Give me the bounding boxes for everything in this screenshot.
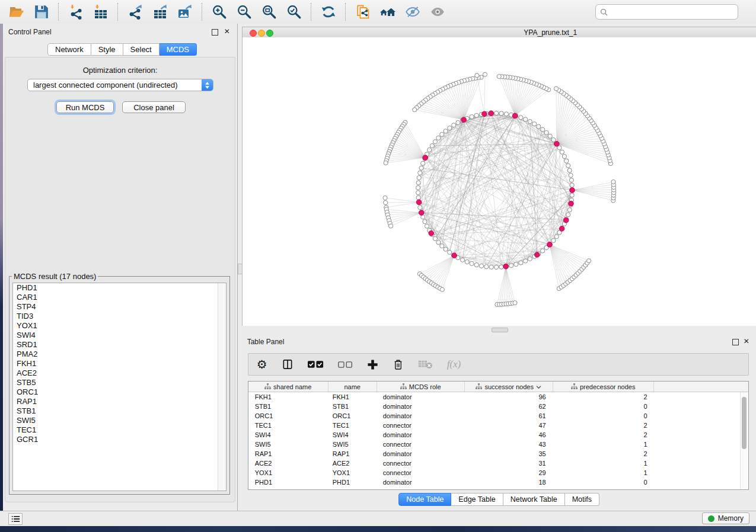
network-node[interactable] bbox=[433, 236, 437, 241]
network-view-canvas[interactable] bbox=[242, 37, 756, 326]
network-node[interactable] bbox=[412, 108, 416, 112]
network-edge[interactable] bbox=[572, 190, 614, 196]
cell-shared-name[interactable]: ACE2 bbox=[248, 459, 328, 468]
network-node[interactable] bbox=[528, 120, 532, 124]
mcds-result-item[interactable]: FKH1 bbox=[13, 359, 226, 368]
cell-name[interactable]: ACE2 bbox=[328, 459, 377, 468]
network-node[interactable] bbox=[499, 265, 503, 269]
network-node[interactable] bbox=[416, 181, 420, 185]
cell-successor-nodes[interactable]: 18 bbox=[465, 477, 553, 487]
cell-MCDS-role[interactable]: connector bbox=[377, 421, 465, 430]
network-node[interactable] bbox=[444, 129, 448, 133]
mcds-result-item[interactable]: STB1 bbox=[13, 406, 226, 416]
cell-name[interactable]: YOX1 bbox=[328, 468, 377, 477]
table-row[interactable]: ACE2ACE2connector311 bbox=[248, 459, 748, 468]
refresh-view-icon[interactable] bbox=[320, 4, 337, 20]
mcds-result-item[interactable]: ORC1 bbox=[13, 387, 226, 397]
cell-shared-name[interactable]: SWI5 bbox=[248, 440, 328, 449]
network-node[interactable] bbox=[447, 250, 451, 254]
zoom-fit-icon[interactable] bbox=[261, 4, 277, 20]
network-node[interactable] bbox=[497, 75, 501, 79]
network-hub-node[interactable] bbox=[569, 188, 575, 193]
cell-name[interactable]: PHD1 bbox=[328, 477, 377, 487]
network-edge[interactable] bbox=[428, 255, 454, 280]
mcds-result-item[interactable]: SRD1 bbox=[13, 340, 226, 350]
network-node[interactable] bbox=[451, 123, 455, 127]
cell-name[interactable]: TEC1 bbox=[328, 421, 377, 430]
cell-predecessor-nodes[interactable]: 1 bbox=[553, 440, 654, 449]
network-node[interactable] bbox=[569, 173, 573, 177]
minimize-window-icon[interactable] bbox=[258, 30, 265, 37]
cell-MCDS-role[interactable]: connector bbox=[377, 440, 465, 449]
network-node[interactable] bbox=[551, 238, 555, 242]
network-node[interactable] bbox=[518, 116, 522, 120]
cell-predecessor-nodes[interactable]: 0 bbox=[553, 477, 654, 487]
network-hub-node[interactable] bbox=[416, 200, 422, 205]
cell-successor-nodes[interactable]: 62 bbox=[465, 402, 553, 411]
run-mcds-button[interactable]: Run MCDS bbox=[56, 101, 114, 113]
network-edge[interactable] bbox=[550, 245, 566, 284]
select-all-check-icon[interactable] bbox=[308, 356, 324, 373]
search-input[interactable] bbox=[611, 7, 733, 17]
network-hub-node[interactable] bbox=[559, 226, 564, 232]
network-node[interactable] bbox=[422, 220, 426, 224]
network-edge[interactable] bbox=[419, 175, 570, 203]
cell-MCDS-role[interactable]: dominator bbox=[377, 449, 465, 459]
network-edge[interactable] bbox=[496, 130, 543, 267]
network-node[interactable] bbox=[567, 168, 572, 172]
network-node[interactable] bbox=[470, 115, 474, 119]
cell-successor-nodes[interactable]: 47 bbox=[465, 421, 553, 430]
network-edge[interactable] bbox=[550, 245, 559, 289]
network-edge[interactable] bbox=[572, 190, 613, 200]
hide-selected-eye-icon[interactable] bbox=[404, 4, 421, 20]
network-node[interactable] bbox=[513, 301, 517, 305]
network-node[interactable] bbox=[417, 206, 422, 210]
network-edge[interactable] bbox=[397, 134, 425, 158]
network-hub-node[interactable] bbox=[503, 264, 508, 269]
tab-mcds[interactable]: MCDS bbox=[160, 43, 197, 56]
network-hub-node[interactable] bbox=[568, 201, 573, 206]
column-header-successor-nodes[interactable]: successor nodes bbox=[465, 382, 553, 392]
task-history-button[interactable] bbox=[8, 513, 23, 525]
network-node[interactable] bbox=[383, 201, 387, 205]
tab-network-table[interactable]: Network Table bbox=[503, 493, 565, 506]
network-edge[interactable] bbox=[499, 76, 515, 116]
network-edge[interactable] bbox=[516, 116, 557, 144]
cell-successor-nodes[interactable]: 61 bbox=[465, 411, 553, 421]
network-node[interactable] bbox=[439, 132, 444, 136]
cell-name[interactable]: STB1 bbox=[328, 402, 377, 411]
import-network-icon[interactable] bbox=[68, 4, 84, 20]
network-node[interactable] bbox=[416, 196, 420, 200]
network-node[interactable] bbox=[544, 130, 548, 134]
duplicate-network-icon[interactable] bbox=[355, 4, 371, 20]
network-node[interactable] bbox=[566, 164, 570, 168]
close-panel-icon[interactable]: ✕ bbox=[224, 27, 230, 36]
cell-shared-name[interactable]: RAP1 bbox=[248, 449, 328, 459]
network-node[interactable] bbox=[566, 213, 570, 217]
mcds-result-list[interactable]: PHD1CAR1STP4TID3YOX1SWI4SRD1PMA2FKH1ACE2… bbox=[12, 283, 227, 491]
network-node[interactable] bbox=[474, 73, 479, 78]
network-edge[interactable] bbox=[438, 255, 454, 287]
network-node[interactable] bbox=[489, 265, 493, 269]
network-node[interactable] bbox=[427, 148, 431, 152]
network-node[interactable] bbox=[436, 241, 440, 245]
cell-shared-name[interactable]: TEC1 bbox=[248, 421, 328, 430]
network-node[interactable] bbox=[569, 178, 573, 182]
cell-name[interactable]: SWI5 bbox=[328, 440, 377, 449]
network-edge[interactable] bbox=[435, 94, 463, 120]
network-node[interactable] bbox=[433, 140, 437, 144]
network-node[interactable] bbox=[518, 261, 522, 265]
tab-select[interactable]: Select bbox=[123, 43, 160, 56]
network-edge[interactable] bbox=[502, 267, 506, 305]
network-edge[interactable] bbox=[454, 120, 462, 255]
network-node[interactable] bbox=[430, 143, 434, 148]
network-node[interactable] bbox=[484, 265, 488, 269]
cell-successor-nodes[interactable]: 29 bbox=[465, 468, 553, 477]
network-hub-node[interactable] bbox=[419, 210, 424, 216]
network-node[interactable] bbox=[570, 193, 574, 197]
network-node[interactable] bbox=[416, 191, 420, 195]
cell-predecessor-nodes[interactable]: 1 bbox=[553, 468, 654, 477]
network-edge[interactable] bbox=[401, 129, 425, 158]
network-node[interactable] bbox=[499, 111, 503, 116]
column-header-shared-name[interactable]: shared name bbox=[248, 382, 328, 392]
